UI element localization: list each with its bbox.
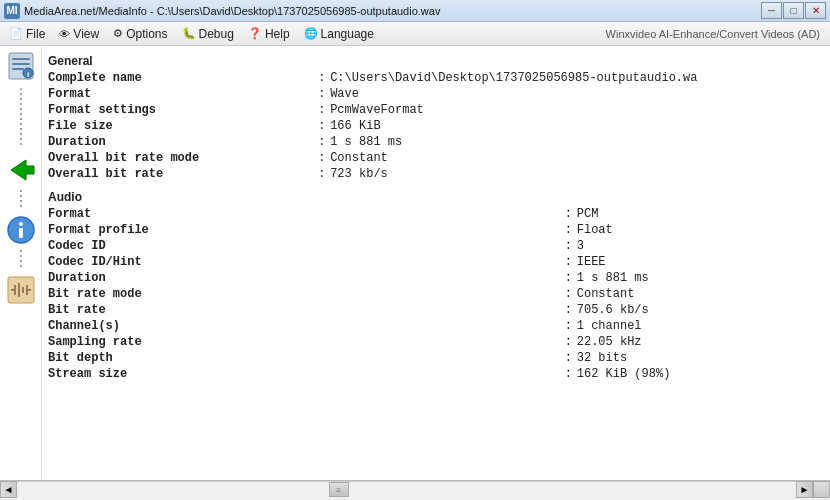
field-value: 1 s 881 ms bbox=[328, 134, 826, 150]
colon-separator: : bbox=[561, 222, 575, 238]
field-label: Overall bit rate mode bbox=[46, 150, 314, 166]
table-row: File size : 166 KiB bbox=[46, 118, 826, 134]
field-value: 723 kb/s bbox=[328, 166, 826, 182]
table-row: Overall bit rate mode : Constant bbox=[46, 150, 826, 166]
colon-separator: : bbox=[561, 270, 575, 286]
sidebar-divider3 bbox=[20, 250, 22, 270]
svg-text:i: i bbox=[26, 70, 28, 79]
colon-separator: : bbox=[561, 302, 575, 318]
colon-separator: : bbox=[561, 350, 575, 366]
colon-separator: : bbox=[561, 254, 575, 270]
table-row: Stream size : 162 KiB (98%) bbox=[46, 366, 826, 382]
menu-file-label: File bbox=[26, 27, 45, 41]
audio-table: Format : PCM Format profile : Float Code… bbox=[46, 206, 826, 382]
window-controls: ─ □ ✕ bbox=[761, 2, 826, 19]
table-row: Complete name : C:\Users\David\Desktop\1… bbox=[46, 70, 826, 86]
table-row: Codec ID/Hint : IEEE bbox=[46, 254, 826, 270]
view-icon: 👁 bbox=[59, 28, 70, 40]
title-bar: MI MediaArea.net/MediaInfo - C:\Users\Da… bbox=[0, 0, 830, 22]
general-header: General bbox=[46, 54, 826, 68]
h-scrollbar[interactable]: ◄ ≡ ► bbox=[0, 480, 830, 497]
menu-language[interactable]: 🌐 Language bbox=[297, 24, 381, 44]
menu-debug[interactable]: 🐛 Debug bbox=[175, 24, 241, 44]
field-value: 705.6 kb/s bbox=[575, 302, 826, 318]
colon-separator: : bbox=[561, 318, 575, 334]
audio-icon bbox=[5, 274, 37, 306]
language-icon: 🌐 bbox=[304, 27, 318, 40]
field-label: Stream size bbox=[46, 366, 561, 382]
table-row: Format : PCM bbox=[46, 206, 826, 222]
field-label: Complete name bbox=[46, 70, 314, 86]
svg-rect-1 bbox=[12, 58, 30, 60]
maximize-button[interactable]: □ bbox=[783, 2, 804, 19]
field-value: PcmWaveFormat bbox=[328, 102, 826, 118]
field-value: 166 KiB bbox=[328, 118, 826, 134]
menu-debug-label: Debug bbox=[199, 27, 234, 41]
table-row: Bit rate mode : Constant bbox=[46, 286, 826, 302]
table-row: Format : Wave bbox=[46, 86, 826, 102]
h-scrollbar-track[interactable]: ≡ bbox=[17, 481, 796, 497]
field-label: Format bbox=[46, 86, 314, 102]
file-icon: 📄 bbox=[9, 27, 23, 40]
scroll-left-button[interactable]: ◄ bbox=[0, 481, 17, 498]
field-value: Constant bbox=[328, 150, 826, 166]
scroll-right-button[interactable]: ► bbox=[796, 481, 813, 498]
colon-separator: : bbox=[561, 334, 575, 350]
field-value: Constant bbox=[575, 286, 826, 302]
table-row: Bit depth : 32 bits bbox=[46, 350, 826, 366]
colon-separator: : bbox=[314, 86, 328, 102]
table-row: Codec ID : 3 bbox=[46, 238, 826, 254]
field-value: 32 bits bbox=[575, 350, 826, 366]
help-icon: ❓ bbox=[248, 27, 262, 40]
table-row: Overall bit rate : 723 kb/s bbox=[46, 166, 826, 182]
audio-header: Audio bbox=[46, 190, 826, 204]
table-row: Channel(s) : 1 channel bbox=[46, 318, 826, 334]
close-button[interactable]: ✕ bbox=[805, 2, 826, 19]
field-value: C:\Users\David\Desktop\1737025056985-out… bbox=[328, 70, 826, 86]
colon-separator: : bbox=[314, 166, 328, 182]
table-row: Format profile : Float bbox=[46, 222, 826, 238]
menu-bar: 📄 File 👁 View ⚙ Options 🐛 Debug ❓ Help 🌐… bbox=[0, 22, 830, 46]
svg-point-8 bbox=[19, 222, 23, 226]
field-label: Codec ID bbox=[46, 238, 561, 254]
field-value: PCM bbox=[575, 206, 826, 222]
menu-language-label: Language bbox=[321, 27, 374, 41]
main-area: i bbox=[0, 46, 830, 480]
table-row: Duration : 1 s 881 ms bbox=[46, 270, 826, 286]
arrow-icon bbox=[5, 154, 37, 186]
colon-separator: : bbox=[561, 366, 575, 382]
corner-box bbox=[813, 481, 830, 498]
field-value: 22.05 kHz bbox=[575, 334, 826, 350]
field-value: IEEE bbox=[575, 254, 826, 270]
minimize-button[interactable]: ─ bbox=[761, 2, 782, 19]
field-label: File size bbox=[46, 118, 314, 134]
field-label: Duration bbox=[46, 134, 314, 150]
app-icon: MI bbox=[4, 3, 20, 19]
field-label: Bit rate mode bbox=[46, 286, 561, 302]
field-label: Duration bbox=[46, 270, 561, 286]
table-row: Bit rate : 705.6 kb/s bbox=[46, 302, 826, 318]
colon-separator: : bbox=[561, 206, 575, 222]
menu-help[interactable]: ❓ Help bbox=[241, 24, 297, 44]
field-value: 3 bbox=[575, 238, 826, 254]
menu-view[interactable]: 👁 View bbox=[52, 24, 106, 44]
menu-file[interactable]: 📄 File bbox=[2, 24, 52, 44]
svg-rect-2 bbox=[12, 63, 30, 65]
h-scrollbar-thumb[interactable]: ≡ bbox=[329, 482, 349, 497]
ad-link[interactable]: Winxvideo AI-Enhance/Convert Videos (AD) bbox=[598, 26, 828, 42]
colon-separator: : bbox=[314, 134, 328, 150]
field-value: 1 s 881 ms bbox=[575, 270, 826, 286]
table-row: Format settings : PcmWaveFormat bbox=[46, 102, 826, 118]
sidebar-divider bbox=[20, 88, 22, 148]
colon-separator: : bbox=[561, 238, 575, 254]
content-area[interactable]: General Complete name : C:\Users\David\D… bbox=[42, 46, 830, 480]
field-label: Format profile bbox=[46, 222, 561, 238]
svg-rect-3 bbox=[12, 68, 24, 70]
field-label: Bit depth bbox=[46, 350, 561, 366]
menu-options[interactable]: ⚙ Options bbox=[106, 24, 174, 44]
field-value: Float bbox=[575, 222, 826, 238]
table-row: Duration : 1 s 881 ms bbox=[46, 134, 826, 150]
sidebar: i bbox=[0, 46, 42, 480]
field-label: Sampling rate bbox=[46, 334, 561, 350]
menu-help-label: Help bbox=[265, 27, 290, 41]
